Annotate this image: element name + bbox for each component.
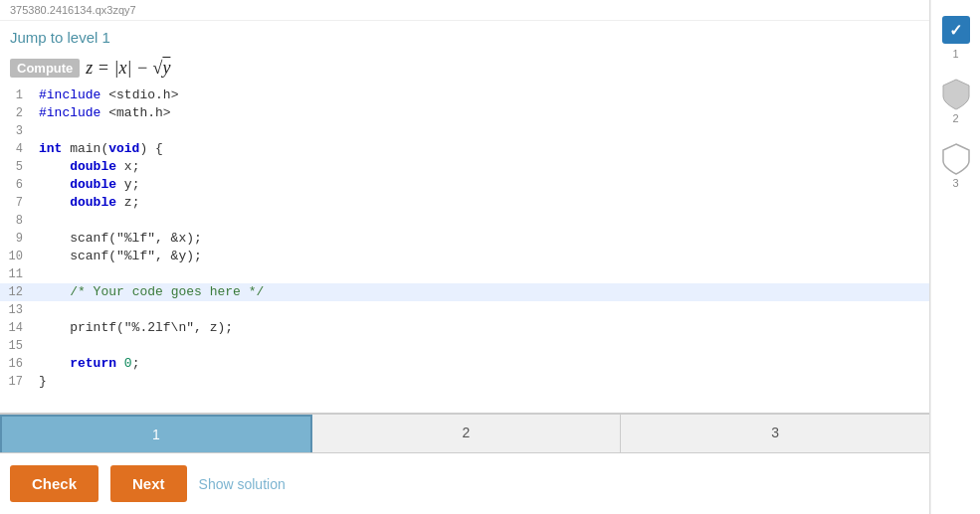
line-number: 6	[0, 176, 35, 194]
line-code: double z;	[35, 194, 929, 212]
line-number: 7	[0, 194, 35, 212]
line-number: 10	[0, 248, 35, 265]
line-code	[35, 301, 929, 319]
line-number: 4	[0, 140, 35, 158]
check-icon	[942, 16, 970, 44]
line-code: return 0;	[35, 355, 929, 373]
line-code	[35, 337, 929, 355]
sidebar-item-1-num: 1	[952, 48, 958, 60]
line-number: 13	[0, 301, 35, 319]
line-number: 16	[0, 355, 35, 373]
code-editor[interactable]: 1#include <stdio.h>2#include <math.h>3 4…	[0, 86, 929, 413]
line-number: 5	[0, 158, 35, 176]
line-code: /* Your code goes here */	[35, 283, 929, 301]
line-code	[35, 122, 929, 140]
bottom-bar: Check Next Show solution	[0, 453, 929, 514]
shield-outline-icon	[942, 143, 970, 175]
line-number: 11	[0, 265, 35, 283]
jump-to-level-link[interactable]: Jump to level 1	[0, 21, 929, 52]
line-number: 12	[0, 283, 35, 301]
tab-3[interactable]: 3	[621, 415, 929, 452]
line-number: 2	[0, 104, 35, 122]
line-number: 8	[0, 212, 35, 230]
tab-2[interactable]: 2	[312, 415, 622, 452]
line-number: 15	[0, 337, 35, 355]
check-button[interactable]: Check	[10, 465, 98, 502]
line-code: int main(void) {	[35, 140, 929, 158]
math-formula: z = |x| − √y	[86, 58, 170, 79]
right-sidebar: 1 2 3	[930, 0, 980, 514]
line-number: 14	[0, 319, 35, 337]
line-number: 3	[0, 122, 35, 140]
sidebar-item-3-num: 3	[952, 177, 958, 189]
line-code: double x;	[35, 158, 929, 176]
line-code: #include <math.h>	[35, 104, 929, 122]
line-code: printf("%.2lf\n", z);	[35, 319, 929, 337]
line-number: 1	[0, 86, 35, 104]
sidebar-item-2-num: 2	[952, 112, 958, 124]
line-code	[35, 212, 929, 230]
problem-statement: Compute z = |x| − √y	[0, 52, 929, 86]
line-code: scanf("%lf", &y);	[35, 248, 929, 265]
sidebar-item-3[interactable]: 3	[941, 144, 971, 189]
tabs-row: 1 2 3	[0, 413, 929, 453]
line-code: #include <stdio.h>	[35, 86, 929, 104]
line-number: 9	[0, 230, 35, 248]
sidebar-item-2[interactable]: 2	[941, 80, 971, 124]
problem-id: 375380.2416134.qx3zqy7	[0, 0, 929, 21]
line-code	[35, 265, 929, 283]
line-code: double y;	[35, 176, 929, 194]
next-button[interactable]: Next	[110, 465, 187, 502]
line-code: }	[35, 373, 929, 391]
show-solution-link[interactable]: Show solution	[199, 476, 286, 492]
shield-filled-icon	[942, 79, 970, 110]
sidebar-item-1[interactable]: 1	[941, 15, 971, 60]
compute-label: Compute	[10, 59, 80, 78]
line-code: scanf("%lf", &x);	[35, 230, 929, 248]
tab-1[interactable]: 1	[0, 415, 312, 452]
line-number: 17	[0, 373, 35, 391]
